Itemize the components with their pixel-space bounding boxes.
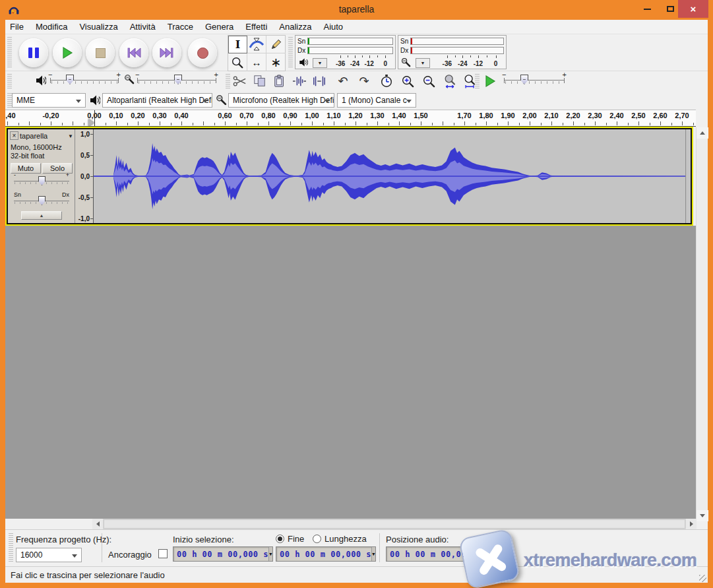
menu-item-analizza[interactable]: Analizza [273,20,317,34]
ruler-label: 1,90 [501,112,514,119]
menu-item-file[interactable]: File [5,20,30,34]
pan-slider[interactable]: Sn Dx [13,193,71,207]
output-meter[interactable]: Sn Dx ▼ -36-24-120 [295,35,396,69]
speaker-icon [299,58,308,67]
sync-lock-button[interactable] [377,73,396,90]
resize-grip[interactable] [699,575,706,582]
ruler-label: 1,30 [370,112,384,119]
play-at-speed-button[interactable] [481,73,499,90]
scroll-down-button[interactable] [697,510,708,521]
envelope-tool-button[interactable] [247,36,266,53]
redo-button[interactable]: ↷ [355,73,373,90]
selection-end-field[interactable]: 00 h 00 m 00,000 s ▼ [276,546,376,562]
silence-audio-button[interactable] [310,73,328,90]
toolbar-grip[interactable] [9,533,13,562]
toolbar-grip[interactable] [7,74,12,88]
zoom-out-button[interactable] [419,73,438,90]
menu-item-visualizza[interactable]: Visualizza [73,20,123,34]
output-volume-slider[interactable]: −+ [49,73,120,87]
menu-item-effetti[interactable]: Effetti [239,20,273,34]
input-device-select[interactable]: Microfono (Realtek High Defini [228,93,334,108]
horizontal-scrollbar-thumb[interactable] [104,519,685,529]
ruler-tick [584,123,585,125]
play-button[interactable] [53,38,82,67]
ruler-tick [312,121,313,125]
ruler-tick [301,123,302,125]
record-button[interactable] [188,38,217,67]
vertical-scrollbar[interactable] [696,127,708,521]
trim-audio-button[interactable] [290,73,309,90]
selection-length-radio[interactable] [313,535,321,543]
vertical-ruler-tick [90,218,93,219]
menu-item-tracce[interactable]: Tracce [162,20,199,34]
draw-tool-button[interactable] [266,36,286,53]
chevron-down-icon: ▼ [481,547,485,561]
input-volume-slider[interactable]: −+ [136,73,218,87]
track-collapse-button[interactable]: ▲ [21,211,62,220]
selection-end-radio[interactable] [276,535,284,543]
audio-position-field[interactable]: 00 h 00 m 00,000 s ▼ [386,546,486,562]
output-device-select[interactable]: Altoparlanti (Realtek High Defi [102,93,212,108]
menu-item-genera[interactable]: Genera [199,20,239,34]
time-shift-tool-button[interactable]: ↔ [247,53,266,71]
zoom-tool-button[interactable] [228,53,247,71]
cut-button[interactable] [231,73,249,90]
cut-icon [233,75,247,88]
waveform-area[interactable] [94,129,691,223]
close-button[interactable]: × [678,0,708,18]
audio-host-select[interactable]: MME [12,93,86,108]
speaker-icon [36,75,46,86]
toolbar-grip[interactable] [7,93,12,108]
playback-speed-slider[interactable]: −+ [503,73,566,87]
track-title-menu[interactable]: taparella ▼ [20,131,73,141]
output-meter-dropdown[interactable]: ▼ [313,58,327,68]
snap-to-checkbox[interactable] [158,549,168,558]
undo-button[interactable]: ↶ [334,73,352,90]
toolbar-grip[interactable] [288,37,293,69]
track-close-button[interactable]: × [10,131,18,140]
menu-item-attivit[interactable]: Attività [124,20,162,34]
ruler-label: 0,40 [174,112,188,119]
scroll-right-button[interactable] [686,519,697,529]
skip-to-start-button[interactable] [119,38,148,67]
fit-selection-button[interactable] [441,73,459,90]
pause-button[interactable] [19,38,48,67]
multi-tool-button[interactable]: ∗ [266,53,286,71]
ruler-tick [551,121,552,125]
paste-button[interactable] [270,73,289,90]
horizontal-scrollbar[interactable] [92,519,697,529]
copy-button[interactable] [251,73,269,90]
vertical-ruler-label: 0,5 [80,152,90,159]
minus-label: - [14,172,16,178]
record-icon [197,48,208,59]
ruler-tick [388,123,389,125]
ruler-label: 1,40 [392,112,406,119]
scroll-left-button[interactable] [92,519,103,529]
stop-button[interactable] [86,38,115,67]
paste-icon [273,75,286,88]
input-meter[interactable]: Sn Dx ▼ -36-24-120 [398,35,507,69]
track-canvas-empty[interactable] [5,226,696,519]
menu-item-aiuto[interactable]: Aiuto [317,20,349,34]
meter-scale-tick [462,55,463,58]
gain-slider[interactable]: - + [13,173,71,187]
ruler-tick [18,123,19,125]
input-meter-dropdown[interactable]: ▼ [416,58,430,68]
scroll-up-button[interactable] [697,127,708,139]
timeline-ruler[interactable]: -0,40-0,200,000,100,200,300,400,600,700,… [5,110,696,127]
selection-tool-button[interactable]: I [228,36,247,53]
toolbar-grip[interactable] [7,37,12,69]
project-rate-select[interactable]: 16000 [16,548,82,562]
ruler-tick [508,121,509,125]
toolbar-grip[interactable] [226,74,230,88]
vertical-ruler[interactable]: 1,00,50,0-0,5-1,0 [75,129,94,223]
ruler-tick [377,121,378,125]
minimize-button[interactable] [636,0,658,18]
selection-start-field[interactable]: 00 h 00 m 00,000 s ▼ [173,546,273,562]
menu-item-modifica[interactable]: Modifica [30,20,73,34]
toolbar-grip[interactable] [475,74,480,88]
ruler-label: 1,00 [305,112,319,119]
skip-to-end-button[interactable] [152,38,181,67]
zoom-in-button[interactable] [398,73,417,90]
input-channels-select[interactable]: 1 (Mono) Canale c [337,93,416,108]
